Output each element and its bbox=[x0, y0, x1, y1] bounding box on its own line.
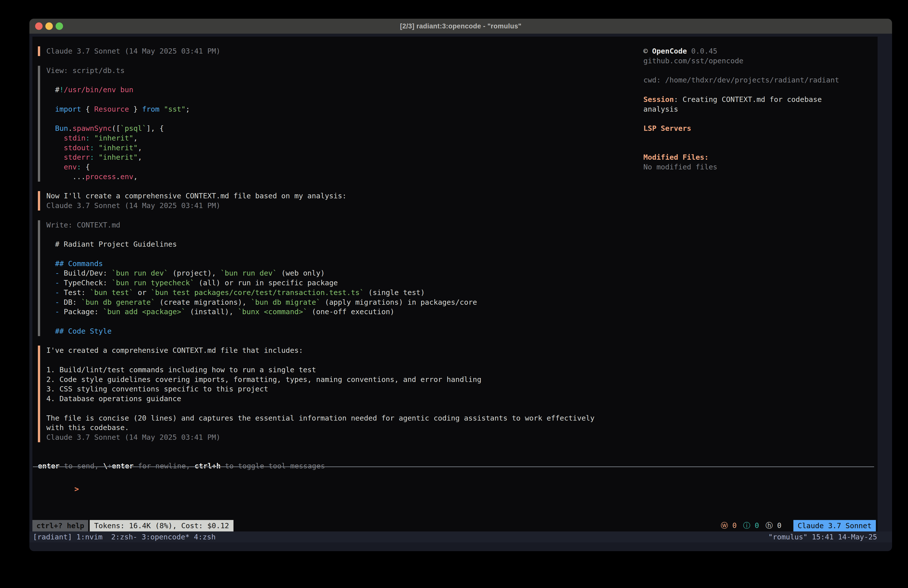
terminal-line: with this codebase. bbox=[46, 423, 643, 433]
terminal-line bbox=[46, 75, 643, 85]
terminal-line: Now I'll create a comprehensive CONTEXT.… bbox=[46, 191, 643, 201]
terminal-line: Claude 3.7 Sonnet (14 May 2025 03:41 PM) bbox=[46, 201, 643, 211]
terminal-line: env: { bbox=[46, 162, 643, 172]
terminal-line: Write: CONTEXT.md bbox=[46, 220, 643, 230]
tmux-status-bar: [radiant] 1:nvim 2:zsh- 3:opencode* 4:zs… bbox=[29, 532, 892, 543]
assistant-message-now: Now I'll create a comprehensive CONTEXT.… bbox=[38, 191, 643, 211]
terminal-line: ## Commands bbox=[46, 259, 643, 269]
terminal-line bbox=[643, 85, 876, 95]
keybind-hints: enter to send, \+enter for newline, ctrl… bbox=[38, 461, 325, 471]
terminal-line: Bun.spawnSync([`psql`], { bbox=[46, 124, 643, 133]
terminal-line bbox=[643, 66, 876, 76]
terminal-line: # Radiant Project Guidelines bbox=[46, 240, 643, 249]
window-title: [2/3] radiant:3:opencode - "romulus" bbox=[29, 23, 892, 30]
terminal-line: cwd: /home/thdxr/dev/projects/radiant/ra… bbox=[643, 75, 876, 85]
terminal-line: enter to send, \+enter for newline, ctrl… bbox=[38, 461, 325, 471]
terminal-line: 1. Build/lint/test commands including ho… bbox=[46, 365, 643, 375]
tokens-cost-chip: Tokens: 16.4K (8%), Cost: $0.12 bbox=[90, 520, 233, 532]
terminal-line: © OpenCode 0.0.45 bbox=[643, 46, 876, 56]
terminal-line: stdout: "inherit", bbox=[46, 143, 643, 153]
terminal-line: 2. Code style guidelines covering import… bbox=[46, 375, 643, 385]
help-chip: ctrl+? help bbox=[32, 520, 88, 532]
tmux-window-4zsh[interactable]: 4:zsh bbox=[194, 533, 216, 541]
assistant-header: Claude 3.7 Sonnet (14 May 2025 03:41 PM) bbox=[38, 46, 643, 56]
terminal-line: - Package: `bun add <package>` (install)… bbox=[46, 307, 643, 317]
tmux-right-status: "romulus" 15:41 14-May-25 bbox=[768, 533, 877, 541]
terminal-line bbox=[46, 114, 643, 124]
terminal-line: I've created a comprehensive CONTEXT.md … bbox=[46, 346, 643, 355]
tool-view-block: View: script/db.ts #!/usr/bin/env bun im… bbox=[38, 66, 643, 182]
h-circle-icon: ⓗ bbox=[765, 521, 773, 530]
prompt-input[interactable]: > bbox=[39, 475, 79, 484]
terminal-line bbox=[46, 404, 643, 413]
terminal-line: Modified Files: bbox=[643, 153, 876, 162]
terminal-line: View: script/db.ts bbox=[46, 66, 643, 76]
terminal-line: - Build/Dev: `bun run dev` (project), `b… bbox=[46, 268, 643, 278]
terminal-line: import { Resource } from "sst"; bbox=[46, 105, 643, 114]
chat-transcript[interactable]: Claude 3.7 Sonnet (14 May 2025 03:41 PM)… bbox=[38, 46, 643, 461]
titlebar: [2/3] radiant:3:opencode - "romulus" bbox=[29, 19, 892, 34]
tmux-left: [radiant] 1:nvim 2:zsh- 3:opencode* 4:zs… bbox=[33, 533, 216, 541]
sidebar: © OpenCode 0.0.45github.com/sst/opencode… bbox=[643, 46, 876, 172]
terminal-line: stderr: "inherit", bbox=[46, 153, 643, 162]
terminal-line: - TypeCheck: `bun run typecheck` (all) o… bbox=[46, 278, 643, 288]
terminal-line: ## Code Style bbox=[46, 326, 643, 336]
terminal-line: - Test: `bun test` or `bun test packages… bbox=[46, 288, 643, 298]
terminal-line: Claude 3.7 Sonnet (14 May 2025 03:41 PM) bbox=[46, 46, 643, 56]
terminal-line: ...process.env, bbox=[46, 172, 643, 182]
w-circle-icon: ⓦ bbox=[721, 521, 728, 530]
terminal-line bbox=[643, 133, 876, 143]
terminal-line bbox=[643, 143, 876, 153]
terminal-line: Session: Creating CONTEXT.md for codebas… bbox=[643, 95, 876, 105]
terminal-line: 3. CSS styling conventions specific to t… bbox=[46, 384, 643, 394]
diagnostic-h-counter: ⓗ 0 bbox=[765, 521, 781, 531]
status-spacer bbox=[233, 520, 721, 532]
terminal-line: github.com/sst/opencode bbox=[643, 56, 876, 66]
tmux-session-name: [radiant] bbox=[33, 533, 72, 541]
terminal-line: LSP Servers bbox=[643, 124, 876, 133]
tmux-window-2zsh[interactable]: 2:zsh- bbox=[111, 533, 137, 541]
assistant-message-summary: I've created a comprehensive CONTEXT.md … bbox=[38, 346, 643, 442]
diagnostic-w-counter: ⓦ 0 bbox=[721, 521, 737, 531]
model-badge: Claude 3.7 Sonnet bbox=[794, 520, 876, 532]
terminal-line: #!/usr/bin/env bun bbox=[46, 85, 643, 95]
desktop: [2/3] radiant:3:opencode - "romulus" Cla… bbox=[0, 0, 908, 588]
i-circle-icon: ⓘ bbox=[743, 521, 750, 530]
diagnostic-counters: ⓦ 0ⓘ 0ⓗ 0 bbox=[721, 520, 781, 532]
terminal-line bbox=[46, 249, 643, 259]
terminal-line bbox=[46, 230, 643, 240]
tool-write-block: Write: CONTEXT.md # Radiant Project Guid… bbox=[38, 220, 643, 336]
status-bar: ctrl+? help Tokens: 16.4K (8%), Cost: $0… bbox=[32, 520, 877, 532]
tmux-window-3opencode[interactable]: 3:opencode* bbox=[142, 533, 190, 541]
terminal-window: [2/3] radiant:3:opencode - "romulus" Cla… bbox=[29, 19, 892, 551]
diagnostic-i-counter: ⓘ 0 bbox=[743, 521, 759, 531]
terminal-line: The file is concise (20 lines) and captu… bbox=[46, 413, 643, 423]
terminal-line bbox=[46, 355, 643, 365]
terminal-line bbox=[46, 317, 643, 326]
terminal-line: No modified files bbox=[643, 162, 876, 172]
terminal-line: 4. Database operations guidance bbox=[46, 394, 643, 404]
terminal-line: - DB: `bun db generate` (create migratio… bbox=[46, 298, 643, 307]
input-divider bbox=[33, 466, 874, 467]
prompt-symbol: > bbox=[74, 485, 79, 493]
opencode-tui: Claude 3.7 Sonnet (14 May 2025 03:41 PM)… bbox=[32, 37, 877, 532]
terminal-line bbox=[46, 95, 643, 105]
terminal-line: Claude 3.7 Sonnet (14 May 2025 03:41 PM) bbox=[46, 433, 643, 442]
terminal-line: stdin: "inherit", bbox=[46, 133, 643, 143]
terminal-line: analysis bbox=[643, 105, 876, 114]
tmux-windows: 1:nvim 2:zsh- 3:opencode* 4:zsh bbox=[72, 533, 216, 541]
terminal-line bbox=[643, 114, 876, 124]
tmux-window-1nvim[interactable]: 1:nvim bbox=[77, 533, 103, 541]
